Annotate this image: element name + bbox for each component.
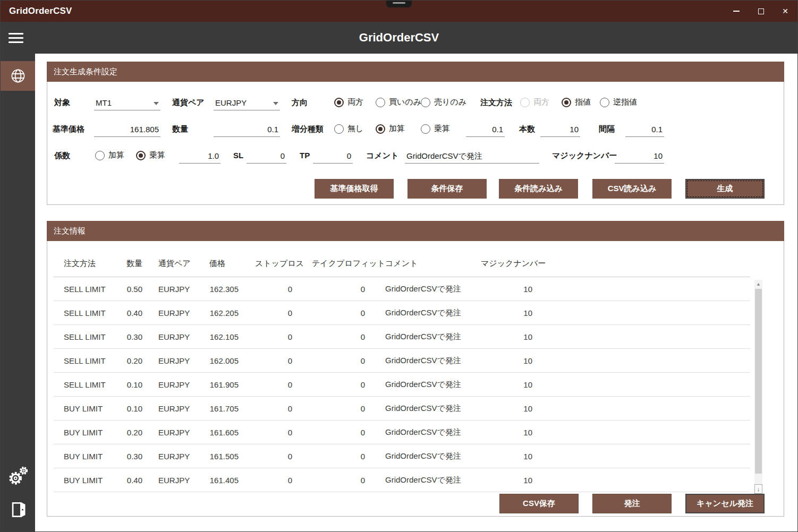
col-order-method: 注文方法 [64, 259, 125, 269]
maximize-button[interactable] [749, 1, 773, 22]
generate-button[interactable]: 生成 [685, 179, 765, 199]
load-conditions-button[interactable]: 条件読み込み [499, 179, 578, 199]
radio-direction-buy-only[interactable]: 買いのみ [376, 97, 421, 107]
radio-method-limit[interactable]: 指値 [562, 97, 591, 107]
radio-direction-both[interactable]: 両方 [334, 97, 363, 107]
interval-input[interactable]: 0.1 [625, 123, 664, 137]
col-comment: コメント [385, 259, 481, 269]
cell-order-method: SELL LIMIT [64, 356, 125, 365]
comment-input[interactable]: GridOrderCSVで発注 [405, 149, 539, 164]
vertical-scrollbar[interactable]: ▲ ↓ [754, 280, 762, 494]
table-row[interactable]: SELL LIMIT 0.20 EURJPY 162.005 0 0 GridO… [54, 349, 750, 373]
increment-value-input[interactable]: 0.1 [466, 123, 505, 137]
cell-comment: GridOrderCSVで発注 [385, 427, 481, 437]
cell-order-method: BUY LIMIT [64, 452, 125, 461]
cell-order-method: SELL LIMIT [64, 285, 125, 294]
table-row[interactable]: BUY LIMIT 0.40 EURJPY 161.405 0 0 GridOr… [54, 468, 750, 492]
load-csv-button[interactable]: CSV読み込み [592, 179, 672, 199]
scroll-up-button[interactable]: ▲ [754, 280, 762, 288]
cell-price: 161.705 [209, 404, 239, 413]
radio-dot [376, 98, 385, 107]
cell-quantity: 0.20 [125, 356, 142, 365]
table-row[interactable]: SELL LIMIT 0.50 EURJPY 162.305 0 0 GridO… [54, 277, 750, 301]
cell-quantity: 0.10 [125, 380, 142, 389]
cell-quantity: 0.40 [125, 308, 142, 318]
sidebar-item-settings[interactable] [1, 462, 35, 490]
cell-quantity: 0.20 [125, 428, 142, 437]
cell-magic-number: 10 [481, 380, 532, 389]
quantity-input[interactable]: 0.1 [214, 123, 280, 137]
cell-magic-number: 10 [481, 428, 532, 437]
close-icon: ✕ [782, 7, 788, 15]
window-controls: ✕ [724, 1, 797, 22]
cell-order-method: BUY LIMIT [64, 428, 125, 437]
orders-table: 注文方法 数量 通貨ペア 価格 ストップロス テイクプロフィット コメント マジ… [54, 242, 750, 492]
radio-coefficient-add[interactable]: 加算 [95, 150, 124, 160]
cell-stoploss: 0 [255, 404, 292, 413]
base-price-input[interactable]: 161.805 [94, 123, 160, 137]
minimize-button[interactable] [724, 1, 749, 22]
cell-takeprofit: 0 [312, 380, 365, 389]
close-button[interactable]: ✕ [773, 1, 797, 22]
table-row[interactable]: SELL LIMIT 0.30 EURJPY 162.105 0 0 GridO… [54, 325, 750, 349]
app-title: GridOrderCSV [1, 22, 797, 54]
radio-increment-add[interactable]: 加算 [376, 124, 405, 134]
target-dropdown[interactable]: MT1 [94, 96, 160, 110]
cell-pair: EURJPY [158, 380, 209, 389]
settings-panel: 注文生成条件設定 対象 MT1 通貨ペア EURJPY 方向 両方 買いのみ [47, 62, 784, 205]
table-row[interactable]: BUY LIMIT 0.20 EURJPY 161.605 0 0 GridOr… [54, 421, 750, 444]
get-base-price-button[interactable]: 基準価格取得 [315, 179, 394, 199]
exit-door-icon [9, 500, 28, 519]
radio-coefficient-multiply[interactable]: 乗算 [136, 150, 165, 160]
radio-dot [421, 124, 430, 134]
scrollbar-thumb[interactable] [755, 289, 762, 474]
cell-magic-number: 10 [481, 332, 532, 341]
cancel-order-button[interactable]: キャンセル発注 [685, 494, 765, 513]
cell-pair: EURJPY [158, 356, 209, 365]
sl-input[interactable]: 0 [247, 149, 286, 164]
radio-label: 逆指値 [613, 97, 637, 107]
cell-quantity: 0.30 [125, 332, 142, 341]
maximize-icon [758, 8, 764, 14]
radio-increment-none[interactable]: 無し [334, 124, 363, 134]
col-takeprofit: テイクプロフィット [312, 259, 365, 269]
save-csv-button[interactable]: CSV保存 [499, 494, 579, 513]
cell-pair: EURJPY [158, 285, 209, 294]
radio-label: 乗算 [149, 150, 165, 160]
save-conditions-button[interactable]: 条件保存 [408, 179, 487, 199]
radio-increment-multiply[interactable]: 乗算 [421, 124, 450, 134]
cell-price: 161.905 [209, 380, 239, 389]
pair-value: EURJPY [215, 98, 247, 107]
table-row[interactable]: SELL LIMIT 0.10 EURJPY 161.905 0 0 GridO… [54, 373, 750, 397]
app-window: GridOrderCSV ✕ GridOrderCSV [0, 0, 798, 532]
count-input[interactable]: 10 [540, 123, 580, 137]
hamburger-menu-button[interactable] [9, 29, 28, 47]
cell-comment: GridOrderCSVで発注 [385, 475, 481, 485]
scroll-down-button[interactable]: ↓ [754, 484, 762, 494]
radio-method-both: 両方 [520, 97, 549, 107]
table-row[interactable]: BUY LIMIT 0.10 EURJPY 161.705 0 0 GridOr… [54, 397, 750, 421]
col-price: 価格 [209, 259, 239, 269]
cell-magic-number: 10 [481, 285, 532, 294]
radio-method-stop[interactable]: 逆指値 [600, 97, 637, 107]
radio-label: 指値 [575, 97, 591, 107]
chevron-down-icon [154, 102, 159, 105]
cell-price: 162.105 [209, 332, 239, 341]
table-row[interactable]: BUY LIMIT 0.30 EURJPY 161.505 0 0 GridOr… [54, 444, 750, 468]
tp-input[interactable]: 0 [313, 149, 353, 164]
sidebar-item-home[interactable] [1, 61, 35, 91]
cell-order-method: SELL LIMIT [64, 332, 125, 341]
pair-dropdown[interactable]: EURJPY [214, 96, 280, 110]
pair-label: 通貨ペア [172, 98, 205, 108]
radio-direction-sell-only[interactable]: 売りのみ [421, 97, 466, 107]
cell-price: 162.305 [209, 285, 239, 294]
cell-comment: GridOrderCSVで発注 [385, 332, 481, 342]
place-order-button[interactable]: 発注 [592, 494, 672, 513]
magic-number-input[interactable]: 10 [615, 149, 664, 164]
sidebar-item-exit[interactable] [1, 496, 35, 524]
cell-magic-number: 10 [481, 308, 532, 318]
app-header: GridOrderCSV [1, 22, 797, 54]
cell-order-method: BUY LIMIT [64, 476, 125, 485]
coefficient-input[interactable]: 1.0 [179, 149, 220, 164]
table-row[interactable]: SELL LIMIT 0.40 EURJPY 162.205 0 0 GridO… [54, 301, 750, 325]
